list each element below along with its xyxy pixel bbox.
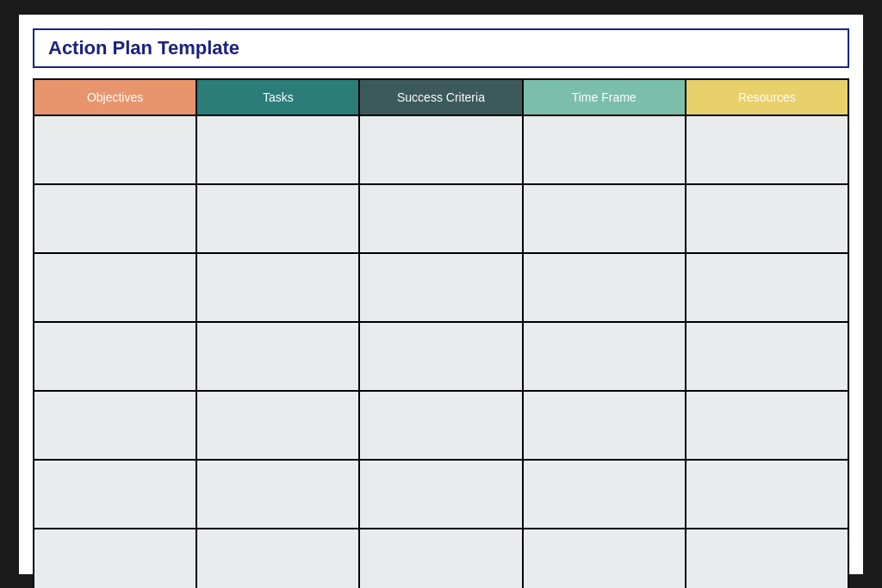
col-header-tasks: Tasks	[196, 79, 359, 115]
cell-r2-c1[interactable]	[196, 253, 359, 322]
table-row[interactable]	[34, 391, 848, 460]
cell-r5-c3[interactable]	[523, 460, 686, 529]
cell-r0-c4[interactable]	[686, 115, 848, 184]
table-body	[34, 115, 848, 589]
col-header-time-frame: Time Frame	[523, 79, 686, 115]
col-header-objectives: Objectives	[34, 79, 196, 115]
cell-r5-c0[interactable]	[34, 460, 196, 529]
cell-r3-c1[interactable]	[196, 322, 359, 391]
table-row[interactable]	[34, 529, 848, 589]
cell-r5-c1[interactable]	[196, 460, 359, 529]
cell-r2-c0[interactable]	[34, 253, 196, 322]
cell-r6-c4[interactable]	[686, 529, 848, 589]
cell-r5-c4[interactable]	[686, 460, 848, 529]
cell-r2-c3[interactable]	[523, 253, 686, 322]
cell-r0-c2[interactable]	[359, 115, 522, 184]
cell-r4-c4[interactable]	[686, 391, 848, 460]
cell-r1-c1[interactable]	[196, 184, 359, 253]
table-row[interactable]	[34, 322, 848, 391]
cell-r3-c4[interactable]	[686, 322, 848, 391]
page-title: Action Plan Template	[48, 37, 239, 59]
table-row[interactable]	[34, 115, 848, 184]
cell-r6-c2[interactable]	[359, 529, 522, 589]
cell-r5-c2[interactable]	[359, 460, 522, 529]
cell-r2-c2[interactable]	[359, 253, 522, 322]
cell-r3-c3[interactable]	[523, 322, 686, 391]
cell-r2-c4[interactable]	[686, 253, 848, 322]
cell-r4-c0[interactable]	[34, 391, 196, 460]
title-box: Action Plan Template	[33, 28, 849, 68]
cell-r6-c3[interactable]	[523, 529, 686, 589]
cell-r1-c4[interactable]	[686, 184, 848, 253]
cell-r1-c2[interactable]	[359, 184, 522, 253]
cell-r4-c2[interactable]	[359, 391, 522, 460]
cell-r1-c3[interactable]	[523, 184, 686, 253]
table-row[interactable]	[34, 184, 848, 253]
cell-r0-c3[interactable]	[523, 115, 686, 184]
cell-r4-c1[interactable]	[196, 391, 359, 460]
cell-r6-c0[interactable]	[34, 529, 196, 589]
col-header-success-criteria: Success Criteria	[359, 79, 522, 115]
cell-r6-c1[interactable]	[196, 529, 359, 589]
page-container: Action Plan Template Objectives Tasks Su…	[19, 15, 863, 574]
cell-r0-c0[interactable]	[34, 115, 196, 184]
cell-r4-c3[interactable]	[523, 391, 686, 460]
cell-r3-c0[interactable]	[34, 322, 196, 391]
cell-r1-c0[interactable]	[34, 184, 196, 253]
table-row[interactable]	[34, 460, 848, 529]
cell-r0-c1[interactable]	[196, 115, 359, 184]
table-wrapper: Objectives Tasks Success Criteria Time F…	[33, 78, 849, 589]
table-header-row: Objectives Tasks Success Criteria Time F…	[34, 79, 848, 115]
table-row[interactable]	[34, 253, 848, 322]
action-plan-table: Objectives Tasks Success Criteria Time F…	[33, 78, 849, 589]
cell-r3-c2[interactable]	[359, 322, 522, 391]
col-header-resources: Resources	[686, 79, 848, 115]
